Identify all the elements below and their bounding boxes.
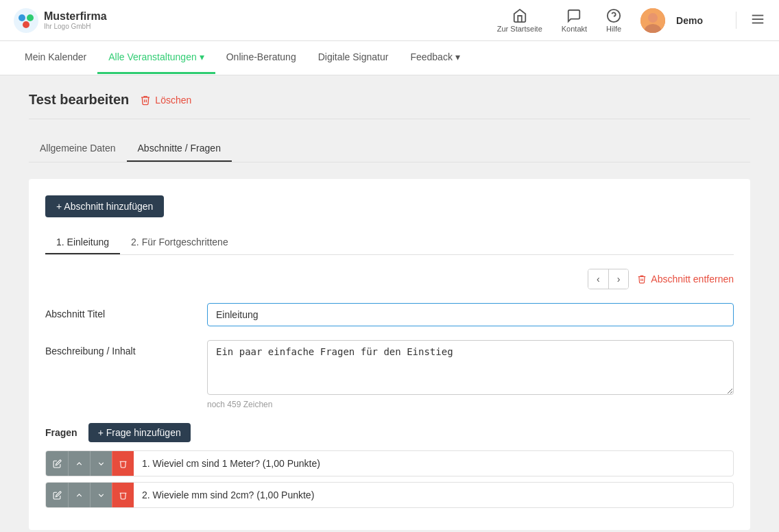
avatar — [640, 8, 665, 33]
section-tab-einleitung[interactable]: 1. Einleitung — [45, 231, 120, 254]
edit-question-button[interactable] — [46, 483, 68, 507]
question-text: 2. Wieviele mm sind 2cm? (1,00 Punkte) — [134, 484, 733, 506]
content-area: + Abschnitt hinzufügen 1. Einleitung 2. … — [29, 179, 750, 530]
desc-textarea[interactable]: Ein paar einfache Fragen für den Einstie… — [207, 340, 734, 395]
page-header: Test bearbeiten Löschen — [29, 92, 750, 119]
edit-question-button[interactable] — [46, 451, 68, 476]
tab-abschnitte-fragen[interactable]: Abschnitte / Fragen — [127, 136, 232, 162]
section-nav-group: ‹ › — [588, 269, 629, 289]
move-down-button[interactable] — [90, 451, 112, 476]
question-text: 1. Wieviel cm sind 1 Meter? (1,00 Punkte… — [134, 452, 733, 474]
title-label: Abschnitt Titel — [45, 303, 196, 319]
desc-label: Beschreibung / Inhalt — [45, 340, 196, 356]
desc-form-row: Beschreibung / Inhalt Ein paar einfache … — [45, 340, 734, 409]
svg-point-0 — [14, 8, 38, 33]
svg-point-7 — [648, 13, 658, 23]
startseite-nav[interactable]: Zur Startseite — [497, 8, 542, 33]
main-tabs: Allgemeine Daten Abschnitte / Fragen — [29, 136, 750, 162]
chevron-down-icon: ▾ — [455, 51, 460, 62]
hilfe-label: Hilfe — [606, 25, 621, 33]
section-tab-fortgeschrittene[interactable]: 2. Für Fortgeschrittene — [120, 231, 239, 254]
add-question-button[interactable]: + Frage hinzufügen — [88, 423, 191, 442]
delete-question-button[interactable] — [112, 483, 134, 507]
move-up-button[interactable] — [68, 483, 90, 507]
svg-point-1 — [19, 14, 25, 21]
move-up-button[interactable] — [68, 451, 90, 476]
edit-icon — [53, 459, 62, 468]
remove-section-label: Abschnitt entfernen — [651, 274, 734, 285]
title-input[interactable] — [207, 303, 734, 326]
chevron-up-icon — [75, 459, 84, 468]
next-section-button[interactable]: › — [609, 269, 629, 289]
trash-icon — [140, 95, 151, 106]
question-item: 1. Wieviel cm sind 1 Meter? (1,00 Punkte… — [45, 450, 734, 476]
section-controls: ‹ › Abschnitt entfernen — [45, 269, 734, 289]
top-nav-icons: Zur Startseite Kontakt Hilfe — [497, 8, 765, 33]
top-nav: Musterfirma Ihr Logo GmbH Zur Startseite… — [0, 0, 779, 41]
brand-sub: Ihr Logo GmbH — [44, 23, 107, 30]
svg-point-3 — [23, 21, 29, 28]
kontakt-label: Kontakt — [562, 25, 587, 33]
startseite-label: Zur Startseite — [497, 25, 542, 33]
logo-icon — [14, 8, 38, 33]
trash-icon — [119, 491, 128, 500]
edit-icon — [53, 491, 62, 500]
section-tabs: 1. Einleitung 2. Für Fortgeschrittene — [45, 231, 734, 255]
question-actions — [46, 451, 134, 476]
trash-icon — [119, 459, 128, 468]
add-section-button[interactable]: + Abschnitt hinzufügen — [45, 195, 164, 217]
help-icon — [606, 8, 621, 23]
hilfe-nav[interactable]: Hilfe — [606, 8, 621, 33]
chevron-down-icon — [97, 491, 106, 500]
sidebar-item-online-beratung[interactable]: Online-Beratung — [215, 42, 307, 74]
question-item: 2. Wieviele mm sind 2cm? (1,00 Punkte) — [45, 482, 734, 508]
title-form-row: Abschnitt Titel — [45, 303, 734, 326]
user-area[interactable]: Demo — [640, 8, 703, 33]
user-label: Demo — [676, 15, 703, 26]
remove-section-button[interactable]: Abschnitt entfernen — [637, 274, 734, 285]
sidebar-item-mein-kalender[interactable]: Mein Kalender — [14, 42, 97, 74]
questions-header: Fragen + Frage hinzufügen — [45, 423, 734, 442]
questions-list: 1. Wieviel cm sind 1 Meter? (1,00 Punkte… — [45, 450, 734, 508]
brand-name: Musterfirma — [44, 10, 107, 23]
svg-point-2 — [27, 14, 34, 21]
chat-icon — [566, 8, 582, 23]
sidebar-item-alle-veranstaltungen[interactable]: Alle Veranstaltungen ▾ — [97, 42, 215, 74]
questions-label: Fragen — [45, 427, 77, 438]
delete-button[interactable]: Löschen — [140, 95, 191, 106]
chevron-up-icon — [75, 491, 84, 500]
logo-area[interactable]: Musterfirma Ihr Logo GmbH — [14, 8, 107, 33]
page-title: Test bearbeiten — [29, 92, 129, 108]
kontakt-nav[interactable]: Kontakt — [562, 8, 587, 33]
tab-allgemeine-daten[interactable]: Allgemeine Daten — [29, 136, 127, 162]
move-down-button[interactable] — [90, 483, 112, 507]
menu-icon — [750, 12, 765, 27]
trash-icon — [637, 274, 647, 284]
chevron-down-icon: ▾ — [200, 51, 204, 62]
delete-question-button[interactable] — [112, 451, 134, 476]
title-field — [207, 303, 734, 326]
secondary-nav: Mein Kalender Alle Veranstaltungen ▾ Onl… — [0, 41, 779, 75]
hamburger-menu[interactable] — [736, 12, 765, 29]
desc-field: Ein paar einfache Fragen für den Einstie… — [207, 340, 734, 409]
home-icon — [512, 8, 527, 23]
char-hint: noch 459 Zeichen — [207, 400, 734, 409]
sidebar-item-feedback[interactable]: Feedback ▾ — [399, 42, 470, 74]
sidebar-item-digitale-signatur[interactable]: Digitale Signatur — [307, 42, 400, 74]
prev-section-button[interactable]: ‹ — [588, 269, 609, 289]
question-actions — [46, 483, 134, 507]
delete-label: Löschen — [155, 95, 191, 106]
chevron-down-icon — [97, 459, 106, 468]
main-content: Test bearbeiten Löschen Allgemeine Daten… — [12, 75, 767, 532]
